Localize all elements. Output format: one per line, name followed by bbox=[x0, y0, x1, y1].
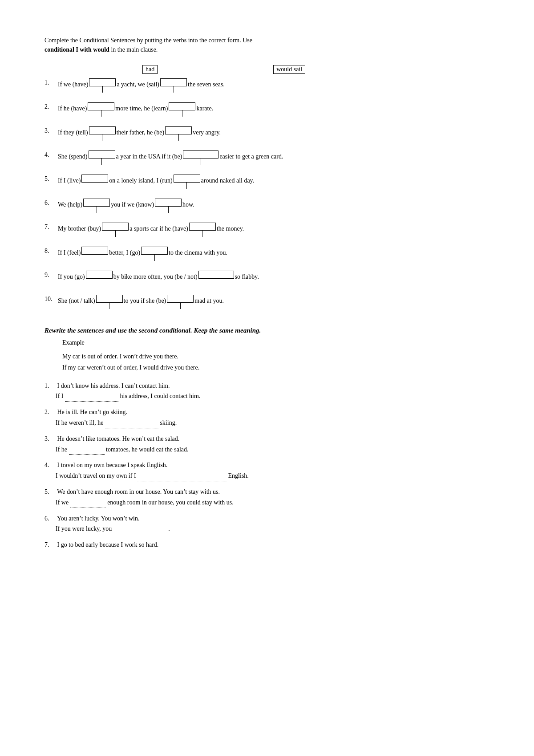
connector-10a bbox=[109, 303, 109, 309]
s2-line2-end-3: tomatoes, he would eat the salad. bbox=[105, 446, 189, 453]
sentence-num-8: 8. bbox=[44, 247, 58, 256]
sentence-content-10: She (not / talk) to you if she (be) mad … bbox=[58, 295, 224, 309]
section2-title: Rewrite the sentences and use the second… bbox=[44, 327, 490, 334]
sentence-row-9: If you (go) by bike more often, you (be … bbox=[58, 271, 259, 285]
sentence-num-5: 5. bbox=[44, 175, 58, 183]
s2-num-1: 1. bbox=[44, 381, 56, 391]
connector-4b bbox=[201, 159, 201, 165]
s2-item-2: 2. He is ill. He can’t go skiing. If he … bbox=[44, 407, 490, 428]
sentence-item-3: 3. If they (tell) their father, he (be) … bbox=[44, 126, 490, 141]
example-label: Example bbox=[62, 337, 490, 348]
sentence-item-7: 7. My brother (buy) a sports car if he (… bbox=[44, 223, 490, 237]
s2-dots-1 bbox=[65, 395, 118, 402]
connector-4a bbox=[101, 159, 102, 165]
s2-item-6: 6. You aren’t lucky. You won’t win. If y… bbox=[44, 513, 490, 535]
sentence-item-4: 4. She (spend) a year in the USA if it (… bbox=[44, 150, 490, 165]
s2-line2-end-5: enough room in our house, you could stay… bbox=[106, 499, 234, 506]
connector-2a bbox=[101, 110, 101, 117]
s2-line1-5: We don’t have enough room in our house. … bbox=[57, 488, 220, 495]
sentence-row-5: If I (live) on a lonely island, I (run) … bbox=[58, 175, 254, 189]
answer-box-4b[interactable] bbox=[183, 150, 218, 159]
answer-box-9a[interactable] bbox=[86, 271, 113, 279]
answer-box-5a[interactable] bbox=[81, 175, 108, 183]
s2-num-6: 6. bbox=[44, 513, 56, 524]
answer-group-3b bbox=[165, 126, 192, 141]
answer-box-10b[interactable] bbox=[167, 295, 194, 303]
sentence-content-1: If we (have) a yacht, we (sail) the seve… bbox=[58, 78, 225, 93]
answer-box-1a[interactable] bbox=[89, 78, 116, 86]
sentence-item-9: 9. If you (go) by bike more often, you (… bbox=[44, 271, 490, 285]
s2-num-4: 4. bbox=[44, 460, 56, 471]
answer-box-8b[interactable] bbox=[141, 247, 168, 255]
sentence-item-6: 6. We (help) you if we (know) how. bbox=[44, 199, 490, 213]
answer-box-6a[interactable] bbox=[83, 199, 110, 207]
answer-box-1b[interactable] bbox=[160, 78, 187, 86]
sentence-num-6: 6. bbox=[44, 199, 58, 207]
s2-num-7: 7. bbox=[44, 540, 56, 550]
sentence-content-6: We (help) you if we (know) how. bbox=[58, 199, 194, 213]
instructions-block: Complete the Conditional Sentences by pu… bbox=[44, 36, 490, 54]
section2-block: Rewrite the sentences and use the second… bbox=[44, 327, 490, 550]
s2-line2-end-1: his address, I could contact him. bbox=[118, 393, 200, 399]
answer-box-2a[interactable] bbox=[88, 102, 114, 110]
sentence-content-7: My brother (buy) a sports car if he (hav… bbox=[58, 223, 244, 237]
sentence-num-2: 2. bbox=[44, 102, 58, 111]
connector-5a bbox=[95, 183, 95, 189]
sentence-row-1: If we (have) a yacht, we (sail) the seve… bbox=[58, 78, 225, 93]
s2-line1-1: I don’t know his address. I can’t contac… bbox=[57, 382, 170, 389]
sentence-item-10: 10. She (not / talk) to you if she (be) … bbox=[44, 295, 490, 309]
answer-box-5b[interactable] bbox=[174, 175, 200, 183]
sentence-row-7: My brother (buy) a sports car if he (hav… bbox=[58, 223, 244, 237]
s2-dots-2 bbox=[105, 422, 158, 428]
answer-box-4a[interactable] bbox=[89, 150, 115, 159]
s2-line2-start-2: If he weren’t ill, he bbox=[56, 419, 105, 426]
connector-3b bbox=[178, 134, 179, 141]
example-boxes: had would sail bbox=[142, 65, 490, 74]
s2-line1-3: He doesn’t like tomatoes. He won’t eat t… bbox=[57, 435, 180, 442]
connector-7a bbox=[115, 231, 116, 237]
sentence-content-4: She (spend) a year in the USA if it (be)… bbox=[58, 150, 283, 165]
answer-group-5a bbox=[81, 175, 108, 189]
instruction-bold: conditional I with would bbox=[44, 46, 109, 53]
sentence-num-3: 3. bbox=[44, 126, 58, 135]
answer-group-8b bbox=[141, 247, 168, 261]
sentence-num-7: 7. bbox=[44, 223, 58, 232]
connector-10b bbox=[180, 303, 181, 309]
answer-box-2b[interactable] bbox=[169, 102, 195, 110]
answer-box-8a[interactable] bbox=[81, 247, 108, 255]
s2-line1-7: I go to bed early because I work so hard… bbox=[57, 541, 159, 548]
answer-box-10a[interactable] bbox=[96, 295, 123, 303]
connector-9b bbox=[216, 279, 216, 285]
sentence-num-10: 10. bbox=[44, 295, 58, 304]
s2-item-5: 5. We don’t have enough room in our hous… bbox=[44, 487, 490, 508]
answer-box-7b[interactable] bbox=[189, 223, 216, 231]
answer-box-7a[interactable] bbox=[102, 223, 129, 231]
sentence-content-2: If he (have) more time, he (learn) karat… bbox=[58, 102, 213, 117]
s2-line2-start-5: If we bbox=[56, 499, 70, 506]
instruction-line1: Complete the Conditional Sentences by pu… bbox=[44, 37, 252, 44]
answer-group-7b bbox=[189, 223, 216, 237]
example-line2: If my car weren’t out of order, I would … bbox=[62, 362, 490, 373]
answer-box-3b[interactable] bbox=[165, 126, 192, 134]
s2-dots-3 bbox=[69, 448, 105, 455]
s2-line2-end-2: skiing. bbox=[158, 419, 177, 426]
answer-box-3a[interactable] bbox=[89, 126, 116, 134]
s2-item-1: 1. I don’t know his address. I can’t con… bbox=[44, 381, 490, 402]
answer-group-9a bbox=[86, 271, 113, 285]
diagram-area: had would sail 1. If we (have) a yacht, … bbox=[44, 65, 490, 309]
answer-group-9b bbox=[198, 271, 234, 285]
answer-group-6b bbox=[155, 199, 182, 213]
answer-box-9b[interactable] bbox=[198, 271, 234, 279]
answer-box-6b[interactable] bbox=[155, 199, 182, 207]
sentence-content-9: If you (go) by bike more often, you (be … bbox=[58, 271, 259, 285]
connector-3a bbox=[102, 134, 102, 141]
connector-2b bbox=[182, 110, 182, 117]
sentence-row-2: If he (have) more time, he (learn) karat… bbox=[58, 102, 213, 117]
example-line1: My car is out of order. I won’t drive yo… bbox=[62, 351, 490, 362]
s2-dots-6 bbox=[113, 528, 167, 534]
sentence-row-4: She (spend) a year in the USA if it (be)… bbox=[58, 150, 283, 165]
s2-item-3: 3. He doesn’t like tomatoes. He won’t ea… bbox=[44, 434, 490, 455]
example-box-would-sail: would sail bbox=[273, 65, 305, 74]
answer-group-8a bbox=[81, 247, 108, 261]
section2-list: 1. I don’t know his address. I can’t con… bbox=[44, 381, 490, 550]
